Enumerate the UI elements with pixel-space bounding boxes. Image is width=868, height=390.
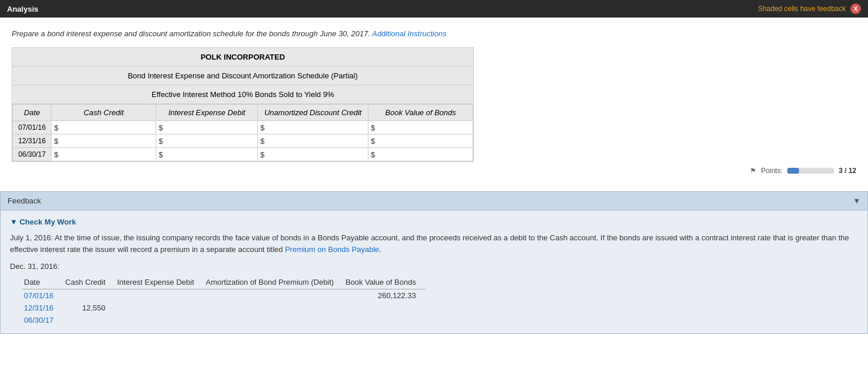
close-button[interactable]: X [850,4,861,14]
table-main-title: POLK INCORPORATED [12,48,473,67]
fb-amort-1 [204,289,343,302]
points-row: ⚑ Points: 3 / 12 [12,162,856,180]
feedback-header[interactable]: Feedback ▼ [0,191,868,210]
dollar-sign: $ [159,150,163,159]
table-method: Effective Interest Method 10% Bonds Sold… [12,85,473,104]
unamortized-input-2[interactable] [266,137,366,146]
dollar-sign: $ [371,150,375,159]
dollar-sign: $ [159,137,163,146]
fb-interest-2 [115,302,204,314]
feedback-inner-table: Date Cash Credit Interest Expense Debit … [22,275,425,326]
feedback-label: Feedback [8,196,41,205]
fb-col-interest: Interest Expense Debit [115,275,204,289]
cash-credit-input-2[interactable] [60,137,154,146]
table-row: 06/30/17 $ $ [13,148,473,161]
interest-expense-cell-2[interactable]: $ [156,134,258,148]
fb-date-1: 07/01/16 [22,289,63,302]
points-value: 3 / 12 [839,167,856,175]
list-item: 12/31/16 12,550 [22,302,425,314]
points-icon: ⚑ [750,167,756,175]
instruction-body: Prepare a bond interest expense and disc… [12,29,370,38]
fb-cash-2: 12,550 [63,302,115,314]
fb-amort-2 [204,302,343,314]
col-header-interest-expense: Interest Expense Debit [156,105,258,121]
cash-credit-cell-3[interactable]: $ [51,148,156,161]
unamortized-input-1[interactable] [266,123,366,132]
fb-date-2: 12/31/16 [22,302,63,314]
check-my-work-label: ▼ Check My Work [10,218,76,226]
interest-expense-input-3[interactable] [164,150,256,159]
check-my-work-panel: ▼ Check My Work July 1, 2016: At the tim… [0,210,868,334]
top-bar: Analysis Shaded cells have feedback X [0,0,868,18]
list-item: 07/01/16 260,122.33 [22,289,425,302]
top-bar-right: Shaded cells have feedback X [758,4,861,14]
interest-expense-input-2[interactable] [164,137,256,146]
cash-credit-cell-2[interactable]: $ [51,134,156,148]
feedback-paragraph: July 1, 2016: At the time of issue, the … [10,232,858,255]
unamortized-cell-2[interactable]: $ [258,134,368,148]
fb-col-amortization: Amortization of Bond Premium (Debit) [204,275,343,289]
table-row: 07/01/16 $ $ [13,121,473,134]
dec31-label: Dec. 31, 2016: [10,262,858,271]
col-header-unamortized: Unamortized Discount Credit [258,105,368,121]
cash-credit-cell-1[interactable]: $ [51,121,156,134]
points-bar-container [787,168,834,174]
dollar-sign: $ [260,123,264,132]
dollar-sign: $ [54,123,58,132]
dollar-sign: $ [54,137,58,146]
table-row: 12/31/16 $ $ [13,134,473,148]
fb-bookvalue-1: 260,122.33 [343,289,425,302]
dollar-sign: $ [260,150,264,159]
unamortized-input-3[interactable] [266,150,366,159]
dollar-sign: $ [159,123,163,132]
fb-col-bookvalue: Book Value of Bonds [343,275,425,289]
dollar-sign: $ [260,137,264,146]
cash-credit-input-3[interactable] [60,150,154,159]
fb-amort-3 [204,314,343,326]
cash-credit-input-1[interactable] [60,123,154,132]
table-subtitle: Bond Interest Expense and Discount Amort… [12,67,473,85]
shaded-feedback-notice: Shaded cells have feedback [758,5,846,13]
book-value-cell-1[interactable]: $ [368,121,473,134]
check-my-work-header[interactable]: ▼ Check My Work [10,218,858,226]
fb-interest-1 [115,289,204,302]
book-value-cell-3[interactable]: $ [368,148,473,161]
interest-expense-input-1[interactable] [164,123,256,132]
app-title: Analysis [7,5,38,13]
points-label: Points: [761,167,783,175]
fb-col-cash: Cash Credit [63,275,115,289]
dollar-sign: $ [54,150,58,159]
dollar-sign: $ [371,137,375,146]
main-content: Prepare a bond interest expense and disc… [0,18,868,185]
unamortized-cell-1[interactable]: $ [258,121,368,134]
col-header-book-value: Book Value of Bonds [368,105,473,121]
fb-col-date: Date [22,275,63,289]
schedule-table-container: POLK INCORPORATED Bond Interest Expense … [12,47,474,162]
feedback-inner-table-wrap: Date Cash Credit Interest Expense Debit … [22,275,858,326]
instruction-text: Prepare a bond interest expense and disc… [12,29,856,38]
premium-link: Premium on Bonds Payable [285,245,379,254]
interest-expense-cell-3[interactable]: $ [156,148,258,161]
book-value-input-1[interactable] [376,123,470,132]
col-header-date: Date [13,105,51,121]
date-cell-3: 06/30/17 [13,148,51,161]
fb-date-3: 06/30/17 [22,314,63,326]
additional-instructions-link[interactable]: Additional Instructions [372,29,446,38]
feedback-section: Feedback ▼ ▼ Check My Work July 1, 2016:… [0,191,868,334]
points-bar-fill [787,168,799,174]
fb-bookvalue-2 [343,302,425,314]
date-cell-1: 07/01/16 [13,121,51,134]
book-value-cell-2[interactable]: $ [368,134,473,148]
dollar-sign: $ [371,123,375,132]
col-header-cash-credit: Cash Credit [51,105,156,121]
unamortized-cell-3[interactable]: $ [258,148,368,161]
book-value-input-3[interactable] [376,150,470,159]
list-item: 06/30/17 [22,314,425,326]
amortization-table: Date Cash Credit Interest Expense Debit … [12,104,473,161]
fb-cash-1 [63,289,115,302]
chevron-down-icon: ▼ [853,196,860,205]
book-value-input-2[interactable] [376,137,470,146]
fb-bookvalue-3 [343,314,425,326]
interest-expense-cell-1[interactable]: $ [156,121,258,134]
fb-cash-3 [63,314,115,326]
